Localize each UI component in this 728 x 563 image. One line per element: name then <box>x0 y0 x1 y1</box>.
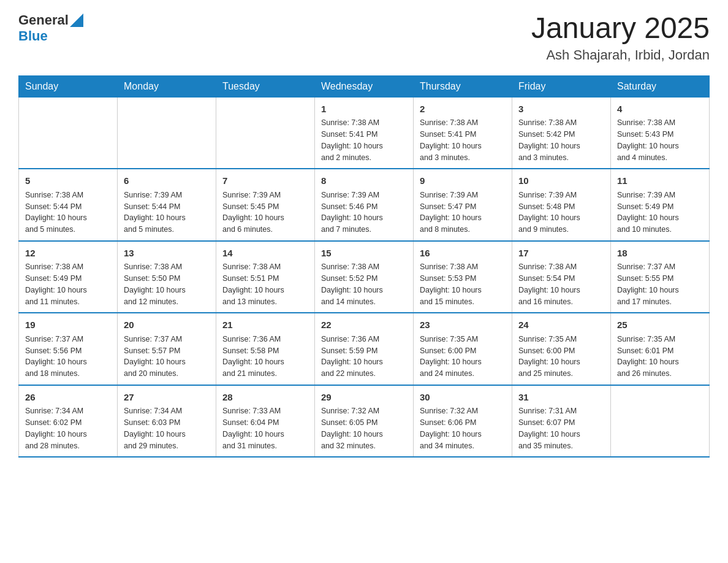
day-number: 6 <box>124 174 210 188</box>
calendar-cell: 10Sunrise: 7:39 AM Sunset: 5:48 PM Dayli… <box>512 169 611 241</box>
day-number: 21 <box>222 318 308 332</box>
day-info: Sunrise: 7:33 AM Sunset: 6:04 PM Dayligh… <box>222 405 308 451</box>
logo-general-text: General <box>18 12 69 28</box>
day-info: Sunrise: 7:38 AM Sunset: 5:41 PM Dayligh… <box>321 117 407 163</box>
weekday-header-saturday: Saturday <box>611 75 710 97</box>
calendar-cell: 15Sunrise: 7:38 AM Sunset: 5:52 PM Dayli… <box>315 241 414 313</box>
calendar-cell: 25Sunrise: 7:35 AM Sunset: 6:01 PM Dayli… <box>611 313 710 385</box>
logo: General Blue <box>18 12 83 44</box>
logo-blue-text: Blue <box>18 28 48 44</box>
day-info: Sunrise: 7:38 AM Sunset: 5:42 PM Dayligh… <box>518 117 604 163</box>
calendar-cell: 11Sunrise: 7:39 AM Sunset: 5:49 PM Dayli… <box>611 169 710 241</box>
day-number: 14 <box>222 247 308 261</box>
calendar-cell: 14Sunrise: 7:38 AM Sunset: 5:51 PM Dayli… <box>216 241 315 313</box>
title-area: January 2025 Ash Shajarah, Irbid, Jordan <box>531 12 710 63</box>
day-info: Sunrise: 7:34 AM Sunset: 6:02 PM Dayligh… <box>25 405 111 451</box>
calendar-cell: 20Sunrise: 7:37 AM Sunset: 5:57 PM Dayli… <box>118 313 216 385</box>
calendar-cell: 5Sunrise: 7:38 AM Sunset: 5:44 PM Daylig… <box>19 169 118 241</box>
day-info: Sunrise: 7:38 AM Sunset: 5:49 PM Dayligh… <box>25 261 111 307</box>
calendar-cell: 16Sunrise: 7:38 AM Sunset: 5:53 PM Dayli… <box>414 241 512 313</box>
day-info: Sunrise: 7:37 AM Sunset: 5:57 PM Dayligh… <box>124 334 210 380</box>
calendar-week-row: 1Sunrise: 7:38 AM Sunset: 5:41 PM Daylig… <box>19 97 710 169</box>
calendar-cell: 24Sunrise: 7:35 AM Sunset: 6:00 PM Dayli… <box>512 313 611 385</box>
calendar-cell: 26Sunrise: 7:34 AM Sunset: 6:02 PM Dayli… <box>19 385 118 458</box>
calendar-title: January 2025 <box>531 12 710 45</box>
weekday-header-monday: Monday <box>118 75 216 97</box>
day-number: 23 <box>420 318 506 332</box>
day-number: 18 <box>617 247 703 261</box>
calendar-week-row: 12Sunrise: 7:38 AM Sunset: 5:49 PM Dayli… <box>19 241 710 313</box>
calendar-cell: 31Sunrise: 7:31 AM Sunset: 6:07 PM Dayli… <box>512 385 611 458</box>
weekday-header-friday: Friday <box>512 75 611 97</box>
calendar-cell: 19Sunrise: 7:37 AM Sunset: 5:56 PM Dayli… <box>19 313 118 385</box>
day-number: 13 <box>124 247 210 261</box>
calendar-cell <box>118 97 216 169</box>
calendar-cell: 4Sunrise: 7:38 AM Sunset: 5:43 PM Daylig… <box>611 97 710 169</box>
calendar-cell <box>19 97 118 169</box>
day-number: 20 <box>124 318 210 332</box>
weekday-header-wednesday: Wednesday <box>315 75 414 97</box>
day-info: Sunrise: 7:35 AM Sunset: 6:01 PM Dayligh… <box>617 334 703 380</box>
calendar-cell: 6Sunrise: 7:39 AM Sunset: 5:44 PM Daylig… <box>118 169 216 241</box>
day-info: Sunrise: 7:38 AM Sunset: 5:41 PM Dayligh… <box>420 117 506 163</box>
day-number: 29 <box>321 391 407 405</box>
calendar-cell: 3Sunrise: 7:38 AM Sunset: 5:42 PM Daylig… <box>512 97 611 169</box>
logo-blue-row: Blue <box>18 28 48 44</box>
weekday-header-sunday: Sunday <box>19 75 118 97</box>
day-info: Sunrise: 7:38 AM Sunset: 5:51 PM Dayligh… <box>222 261 308 307</box>
calendar-cell: 13Sunrise: 7:38 AM Sunset: 5:50 PM Dayli… <box>118 241 216 313</box>
day-number: 4 <box>617 102 703 117</box>
day-number: 22 <box>321 318 407 332</box>
calendar-cell: 8Sunrise: 7:39 AM Sunset: 5:46 PM Daylig… <box>315 169 414 241</box>
day-info: Sunrise: 7:38 AM Sunset: 5:52 PM Dayligh… <box>321 261 407 307</box>
calendar-cell: 23Sunrise: 7:35 AM Sunset: 6:00 PM Dayli… <box>414 313 512 385</box>
day-number: 25 <box>617 318 703 332</box>
day-info: Sunrise: 7:31 AM Sunset: 6:07 PM Dayligh… <box>518 405 604 451</box>
day-info: Sunrise: 7:32 AM Sunset: 6:05 PM Dayligh… <box>321 405 407 451</box>
page-header: General Blue January 2025 Ash Shajarah, … <box>18 12 710 63</box>
day-number: 7 <box>222 174 308 188</box>
day-number: 3 <box>518 102 604 117</box>
day-number: 31 <box>518 391 604 405</box>
day-number: 8 <box>321 174 407 188</box>
weekday-header-tuesday: Tuesday <box>216 75 315 97</box>
day-info: Sunrise: 7:38 AM Sunset: 5:53 PM Dayligh… <box>420 261 506 307</box>
day-info: Sunrise: 7:35 AM Sunset: 6:00 PM Dayligh… <box>420 334 506 380</box>
day-info: Sunrise: 7:39 AM Sunset: 5:47 PM Dayligh… <box>420 190 506 236</box>
day-number: 27 <box>124 391 210 405</box>
day-info: Sunrise: 7:38 AM Sunset: 5:44 PM Dayligh… <box>25 190 111 236</box>
calendar-week-row: 19Sunrise: 7:37 AM Sunset: 5:56 PM Dayli… <box>19 313 710 385</box>
day-number: 5 <box>25 174 111 188</box>
calendar-cell: 1Sunrise: 7:38 AM Sunset: 5:41 PM Daylig… <box>315 97 414 169</box>
logo-icon-area: General Blue <box>18 12 83 44</box>
calendar-cell: 9Sunrise: 7:39 AM Sunset: 5:47 PM Daylig… <box>414 169 512 241</box>
day-info: Sunrise: 7:34 AM Sunset: 6:03 PM Dayligh… <box>124 405 210 451</box>
day-info: Sunrise: 7:39 AM Sunset: 5:46 PM Dayligh… <box>321 190 407 236</box>
day-number: 16 <box>420 247 506 261</box>
logo-row: General <box>18 12 83 28</box>
calendar-week-row: 5Sunrise: 7:38 AM Sunset: 5:44 PM Daylig… <box>19 169 710 241</box>
logo-triangle-icon <box>70 13 83 27</box>
calendar-cell <box>611 385 710 458</box>
day-number: 28 <box>222 391 308 405</box>
day-info: Sunrise: 7:37 AM Sunset: 5:56 PM Dayligh… <box>25 334 111 380</box>
day-number: 26 <box>25 391 111 405</box>
calendar-cell: 28Sunrise: 7:33 AM Sunset: 6:04 PM Dayli… <box>216 385 315 458</box>
calendar-subtitle: Ash Shajarah, Irbid, Jordan <box>531 47 710 63</box>
day-info: Sunrise: 7:39 AM Sunset: 5:48 PM Dayligh… <box>518 190 604 236</box>
calendar-cell: 21Sunrise: 7:36 AM Sunset: 5:58 PM Dayli… <box>216 313 315 385</box>
day-number: 9 <box>420 174 506 188</box>
day-info: Sunrise: 7:38 AM Sunset: 5:50 PM Dayligh… <box>124 261 210 307</box>
day-number: 17 <box>518 247 604 261</box>
day-number: 24 <box>518 318 604 332</box>
day-number: 10 <box>518 174 604 188</box>
calendar-cell: 18Sunrise: 7:37 AM Sunset: 5:55 PM Dayli… <box>611 241 710 313</box>
calendar-cell <box>216 97 315 169</box>
day-number: 2 <box>420 102 506 117</box>
day-number: 30 <box>420 391 506 405</box>
calendar-cell: 7Sunrise: 7:39 AM Sunset: 5:45 PM Daylig… <box>216 169 315 241</box>
day-number: 1 <box>321 102 407 117</box>
day-info: Sunrise: 7:38 AM Sunset: 5:43 PM Dayligh… <box>617 117 703 163</box>
calendar-cell: 12Sunrise: 7:38 AM Sunset: 5:49 PM Dayli… <box>19 241 118 313</box>
calendar-cell: 17Sunrise: 7:38 AM Sunset: 5:54 PM Dayli… <box>512 241 611 313</box>
